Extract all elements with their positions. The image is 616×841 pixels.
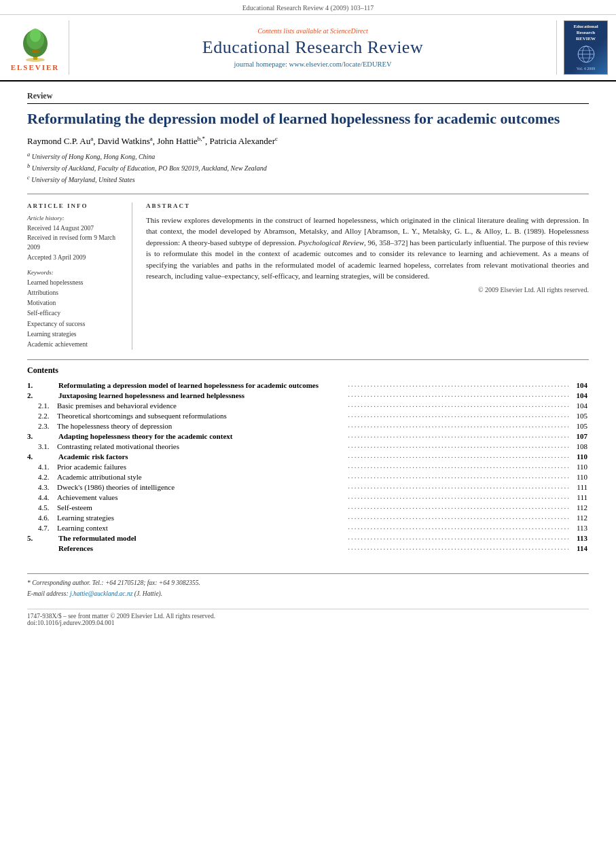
email-link[interactable]: j.hattie@auckland.ac.nz [70, 590, 132, 597]
contents-table-row: 3.1.Contrasting related motivational the… [27, 441, 589, 451]
contents-item-num: 4. [27, 451, 57, 461]
contents-item-dots: ........................................… [345, 492, 568, 502]
email-note: E-mail address: j.hattie@auckland.ac.nz … [27, 589, 589, 598]
authors-line: Raymond C.P. Aua, David Watkinsa, John H… [27, 135, 589, 147]
footer-rights: 1747-938X/$ – see front matter © 2009 El… [27, 613, 589, 620]
contents-item-dots: ........................................… [345, 400, 568, 410]
contents-item-dots: ........................................… [345, 522, 568, 533]
contents-item-label: The reformulated model [57, 533, 345, 543]
corresponding-note: * Corresponding author. Tel.: +64 217051… [27, 578, 589, 588]
contents-item-num: 1. [27, 380, 57, 390]
author-david: David Watkinsa [98, 136, 153, 146]
contents-item-page: 110 [568, 461, 589, 471]
contents-table-row: 2.Juxtaposing learned hopelessness and l… [27, 390, 589, 400]
keyword-4: Self-efficacy [27, 308, 122, 319]
keyword-3: Motivation [27, 298, 122, 308]
contents-item-dots: ........................................… [345, 451, 568, 461]
contents-heading: Contents [27, 365, 589, 376]
keywords-title: Keywords: [27, 269, 122, 276]
contents-item-page: 107 [568, 431, 589, 441]
keyword-1: Learned hopelessness [27, 278, 122, 288]
contents-item-dots: ........................................… [345, 410, 568, 420]
contents-item-num: 4.5. [27, 502, 57, 512]
cover-globe-icon [576, 45, 596, 64]
contents-item-label: Contrasting related motivational theorie… [57, 441, 345, 451]
keyword-5: Expectancy of success [27, 319, 122, 329]
homepage-url: www.elsevier.com/locate/EDUREV [289, 60, 392, 68]
affiliations: a University of Hong Kong, Hong Kong, Ch… [27, 151, 589, 185]
contents-table-row: 4.1.Prior academic failures ............… [27, 461, 589, 471]
cover-box-title: EducationalResearchREVIEW [573, 24, 598, 42]
contents-item-label: The hopelessness theory of depression [57, 420, 345, 431]
contents-item-page: 105 [568, 410, 589, 420]
contents-item-label: Learning strategies [57, 512, 345, 522]
contents-item-label: Reformulating a depression model of lear… [57, 380, 345, 390]
contents-item-num: 5. [27, 533, 57, 543]
contents-item-dots: ........................................… [345, 512, 568, 522]
contents-item-num: 2.2. [27, 410, 57, 420]
contents-item-page: 112 [568, 512, 589, 522]
contents-item-num: 2.1. [27, 400, 57, 410]
contents-item-dots: ........................................… [345, 502, 568, 512]
contents-table-row: References .............................… [27, 543, 589, 553]
contents-item-label: Learning context [57, 522, 345, 533]
contents-item-dots: ........................................… [345, 390, 568, 400]
page: Educational Research Review 4 (2009) 103… [0, 0, 616, 841]
journal-header: ELSEVIER Contents lists available at Sci… [0, 15, 616, 82]
article-info-col: Article Info Article history: Received 1… [27, 202, 132, 350]
contents-item-num: 4.6. [27, 512, 57, 522]
contents-item-page: 111 [568, 482, 589, 492]
contents-table: 1.Reformulating a depression model of le… [27, 380, 589, 553]
elsevier-brand-text: ELSEVIER [11, 63, 60, 71]
cover-box-subtitle: Vol. 4 2009 [577, 67, 596, 71]
contents-table-row: 5.The reformulated model ...............… [27, 533, 589, 543]
contents-item-label: Achievement values [57, 492, 345, 502]
contents-table-row: 4.3.Dweck's (1986) theories of intellige… [27, 482, 589, 492]
abstract-col: Abstract This review explores developmen… [146, 202, 589, 350]
contents-item-dots: ........................................… [345, 441, 568, 451]
footer-doi: doi:10.1016/j.edurev.2009.04.001 [27, 620, 589, 626]
contents-item-page: 104 [568, 390, 589, 400]
two-column-section: Article Info Article history: Received 1… [27, 194, 589, 350]
contents-item-dots: ........................................… [345, 543, 568, 553]
journal-cover-logo: EducationalResearchREVIEW Vol. 4 2009 [556, 20, 608, 75]
contents-item-label: Dweck's (1986) theories of intelligence [57, 482, 345, 492]
sciencedirect-line: Contents lists available at ScienceDirec… [257, 27, 367, 35]
author-patricia: Patricia Alexanderc [210, 136, 278, 146]
contents-item-num: 4.2. [27, 471, 57, 482]
contents-item-page: 108 [568, 441, 589, 451]
contents-table-row: 4.4.Achievement values .................… [27, 492, 589, 502]
contents-item-page: 111 [568, 492, 589, 502]
footer-bottom: 1747-938X/$ – see front matter © 2009 El… [27, 609, 589, 626]
contents-item-page: 105 [568, 420, 589, 431]
top-citation: Educational Research Review 4 (2009) 103… [0, 0, 616, 15]
contents-item-page: 104 [568, 380, 589, 390]
contents-item-dots: ........................................… [345, 461, 568, 471]
abstract-copyright: © 2009 Elsevier Ltd. All rights reserved… [146, 286, 589, 293]
keyword-7: Academic achievement [27, 340, 122, 350]
contents-item-page: 110 [568, 471, 589, 482]
contents-table-row: 4.7.Learning context ...................… [27, 522, 589, 533]
article-info-heading: Article Info [27, 202, 122, 209]
svg-rect-4 [32, 50, 39, 53]
svg-point-5 [26, 58, 45, 62]
abstract-heading: Abstract [146, 202, 589, 209]
contents-item-num: 4.4. [27, 492, 57, 502]
footer-section: * Corresponding author. Tel.: +64 217051… [27, 573, 589, 626]
contents-table-row: 4.2.Academic attributional style .......… [27, 471, 589, 482]
contents-item-label: Prior academic failures [57, 461, 345, 471]
contents-table-row: 4.6.Learning strategies ................… [27, 512, 589, 522]
contents-item-page: 114 [568, 543, 589, 553]
contents-table-row: 4.Academic risk factors ................… [27, 451, 589, 461]
cover-box: EducationalResearchREVIEW Vol. 4 2009 [564, 20, 608, 75]
elsevier-logo: ELSEVIER [8, 20, 69, 75]
contents-item-num: 3. [27, 431, 57, 441]
contents-item-num: 4.7. [27, 522, 57, 533]
contents-item-dots: ........................................… [345, 380, 568, 390]
article-title: Reformulating the depression model of le… [27, 109, 589, 128]
keyword-2: Attributions [27, 288, 122, 298]
author-raymond: Raymond C.P. Aua [27, 136, 93, 146]
contents-item-dots: ........................................… [345, 471, 568, 482]
contents-item-label: Academic risk factors [57, 451, 345, 461]
review-label: Review [27, 91, 589, 104]
